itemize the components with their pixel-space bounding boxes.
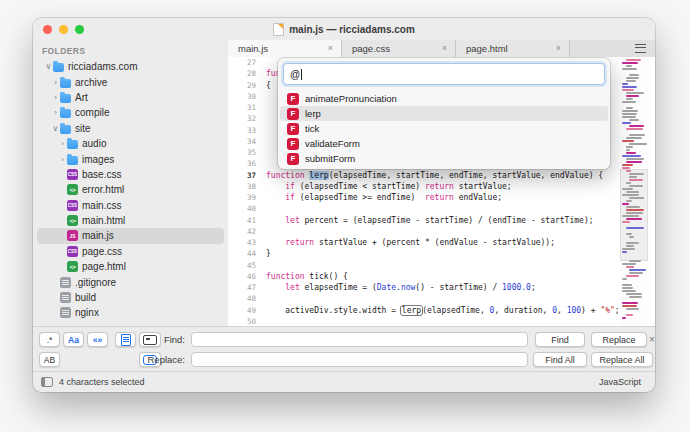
close-tab-icon[interactable]: × xyxy=(556,44,561,53)
editor-window: main.js — ricciadams.com FOLDERS ∨riccia… xyxy=(33,18,655,392)
sidebar-item-base-css[interactable]: CSSbase.css xyxy=(33,167,228,182)
sidebar-item-archive[interactable]: ›archive xyxy=(33,74,228,89)
chevron-right-icon[interactable]: › xyxy=(51,108,60,117)
sidebar-item-main-html[interactable]: <>main.html xyxy=(33,213,228,228)
minimap-line xyxy=(622,116,636,118)
line-number: 48 xyxy=(228,293,256,304)
tab-page-css[interactable]: page.css× xyxy=(342,40,456,57)
sidebar-item-build[interactable]: build xyxy=(33,290,228,305)
title-bar[interactable]: main.js — ricciadams.com xyxy=(33,18,655,40)
chevron-right-icon[interactable]: › xyxy=(58,139,67,148)
sidebar-item--gitignore[interactable]: .gitignore xyxy=(33,274,228,289)
minimap-line xyxy=(629,260,641,262)
line-number: 37 xyxy=(228,170,256,181)
sidebar-item-art[interactable]: ›Art xyxy=(33,90,228,105)
autocomplete-item-label: tick xyxy=(305,123,319,134)
tab-overflow-menu-icon[interactable] xyxy=(635,44,646,53)
file-tree: ∨ricciadams.com›archive›Art›compile∨site… xyxy=(33,59,228,321)
close-find-bar-button[interactable]: × xyxy=(645,332,655,347)
minimap-line xyxy=(626,227,644,229)
replace-button[interactable]: Replace xyxy=(591,332,647,347)
code-editor[interactable]: 2728fun29{3031323334353637function lerp(… xyxy=(228,57,655,327)
tab-main-js[interactable]: main.js× xyxy=(228,40,342,57)
sidebar-item-nginx[interactable]: nginx xyxy=(33,305,228,320)
chevron-right-icon[interactable]: › xyxy=(51,78,60,87)
replace-input[interactable] xyxy=(191,352,528,367)
minimap-line xyxy=(626,242,639,244)
minimap-line xyxy=(622,278,627,280)
minimap-line xyxy=(626,218,643,220)
sidebar-item-label: build xyxy=(75,292,96,303)
find-button[interactable]: Find xyxy=(535,332,585,347)
code-line-44[interactable]: 44} xyxy=(228,248,655,259)
chevron-down-icon[interactable]: ∨ xyxy=(44,62,53,71)
code-line-45[interactable]: 45 xyxy=(228,260,655,271)
language-mode[interactable]: JavaScript xyxy=(599,377,641,387)
minimap-line xyxy=(622,203,629,205)
find-input[interactable] xyxy=(191,332,528,347)
minimap-line xyxy=(622,62,638,64)
code-line-42[interactable]: 42 xyxy=(228,226,655,237)
function-icon: F xyxy=(287,108,299,120)
find-all-button[interactable]: Find All xyxy=(533,352,587,367)
code-line-43[interactable]: 43 return startValue + (percent * (endVa… xyxy=(228,237,655,248)
code-line-37[interactable]: 37function lerp(elapsedTime, startTime, … xyxy=(228,170,655,181)
minimap[interactable] xyxy=(620,57,648,327)
code-line-41[interactable]: 41 let percent = (elapsedTime - startTim… xyxy=(228,215,655,226)
whole-word-toggle-button[interactable]: «» xyxy=(87,332,108,347)
preserve-case-toggle-button[interactable]: AB xyxy=(39,352,60,367)
tab-page-html[interactable]: page.html× xyxy=(456,40,570,57)
code-text: function lerp(elapsedTime, startTime, en… xyxy=(266,170,603,181)
generic-file-icon xyxy=(60,307,71,318)
sidebar-item-compile[interactable]: ›compile xyxy=(33,105,228,120)
zoom-window-button[interactable] xyxy=(75,25,84,34)
code-line-49[interactable]: 49 activeDiv.style.width = lerp(elapsedT… xyxy=(228,305,655,316)
line-number: 42 xyxy=(228,226,256,237)
autocomplete-item-lerp[interactable]: Flerp xyxy=(280,106,608,121)
minimap-line xyxy=(629,119,639,121)
close-window-button[interactable] xyxy=(43,25,52,34)
minimize-window-button[interactable] xyxy=(59,25,68,34)
function-icon: F xyxy=(287,153,299,165)
chevron-right-icon[interactable]: › xyxy=(51,93,60,102)
sidebar-item-main-js[interactable]: JSmain.js xyxy=(33,228,228,243)
selection-indicator-icon[interactable] xyxy=(41,377,53,387)
status-bar: 4 characters selected JavaScript xyxy=(33,371,655,392)
chevron-down-icon[interactable]: ∨ xyxy=(51,124,60,133)
replace-all-button[interactable]: Replace All xyxy=(591,352,653,367)
sidebar-item-page-css[interactable]: CSSpage.css xyxy=(33,244,228,259)
close-tab-icon[interactable]: × xyxy=(328,44,333,53)
code-line-40[interactable]: 40 xyxy=(228,203,655,214)
chevron-right-icon[interactable]: › xyxy=(58,155,67,164)
sidebar-item-images[interactable]: ›images xyxy=(33,151,228,166)
autocomplete-item-animatePronunciation[interactable]: FanimatePronunciation xyxy=(280,91,608,106)
code-text: activeDiv.style.width = lerp(elapsedTime… xyxy=(266,305,620,316)
sidebar-item-site[interactable]: ∨site xyxy=(33,121,228,136)
sidebar-item-main-css[interactable]: CSSmain.css xyxy=(33,198,228,213)
autocomplete-item-tick[interactable]: Ftick xyxy=(280,121,608,136)
sidebar-item-label: nginx xyxy=(75,307,99,318)
line-number: 38 xyxy=(228,181,256,192)
sidebar-item-audio[interactable]: ›audio xyxy=(33,136,228,151)
sidebar-item-error-html[interactable]: <>error.html xyxy=(33,182,228,197)
symbol-search-input[interactable]: @ xyxy=(283,63,605,85)
regex-toggle-button[interactable]: .* xyxy=(39,332,60,347)
sidebar-item-label: page.css xyxy=(82,246,122,257)
minimap-line xyxy=(626,266,635,268)
close-tab-icon[interactable]: × xyxy=(442,44,447,53)
function-icon: F xyxy=(287,93,299,105)
sidebar-item-page-html[interactable]: <>page.html xyxy=(33,259,228,274)
code-text: return startValue + (percent * (endValue… xyxy=(266,237,555,248)
line-number: 32 xyxy=(228,113,256,124)
code-line-38[interactable]: 38 if (elapsedTime < startTime) return s… xyxy=(228,181,655,192)
code-line-46[interactable]: 46function tick() { xyxy=(228,271,655,282)
sidebar-item-ricciadams-com[interactable]: ∨ricciadams.com xyxy=(33,59,228,74)
minimap-line xyxy=(626,146,633,148)
code-line-48[interactable]: 48 xyxy=(228,293,655,304)
minimap-line xyxy=(626,128,644,130)
autocomplete-item-validateForm[interactable]: FvalidateForm xyxy=(280,136,608,151)
code-line-39[interactable]: 39 if (elapsedTime >= endTime) return en… xyxy=(228,192,655,203)
case-sensitive-toggle-button[interactable]: Aa xyxy=(63,332,84,347)
autocomplete-item-submitForm[interactable]: FsubmitForm xyxy=(280,151,608,166)
code-line-47[interactable]: 47 let elapsedTime = (Date.now() - start… xyxy=(228,282,655,293)
